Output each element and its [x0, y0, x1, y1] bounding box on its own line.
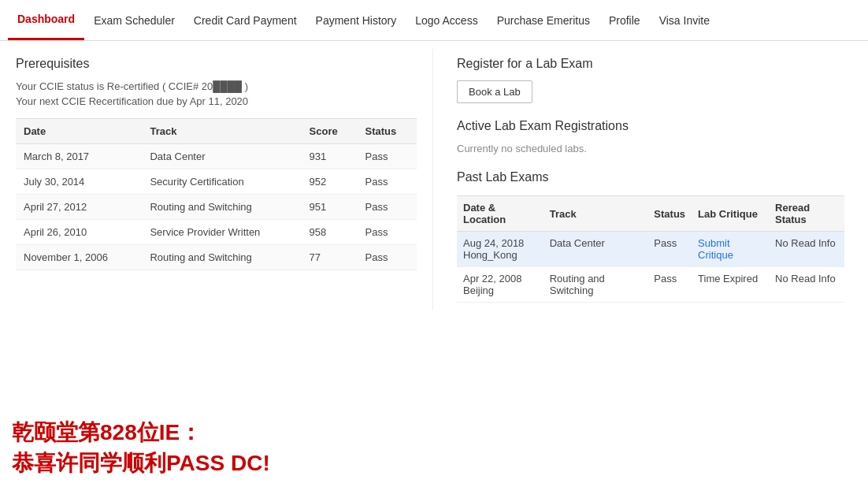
cell-date: April 26, 2010 — [16, 220, 142, 245]
main-content: Prerequisites Your CCIE status is Re-cer… — [0, 41, 868, 318]
cell-status: Pass — [357, 169, 417, 195]
cell-date: March 8, 2017 — [16, 144, 142, 169]
past-lab-table: Date & Location Track Status Lab Critiqu… — [457, 195, 844, 303]
past-col-status: Status — [647, 196, 692, 232]
past-lab-row: Aug 24, 2018Hong_Kong Data Center Pass S… — [457, 232, 844, 267]
past-cell-critique[interactable]: Submit Critique — [692, 232, 769, 267]
cell-date: November 1, 2006 — [16, 245, 142, 270]
cell-score: 931 — [302, 144, 358, 169]
past-cell-track: Data Center — [543, 232, 648, 267]
right-panel: Register for a Lab Exam Book a Lab Activ… — [433, 49, 868, 310]
past-cell-status: Pass — [647, 232, 692, 267]
register-title: Register for a Lab Exam — [457, 57, 844, 71]
table-row: November 1, 2006 Routing and Switching 7… — [16, 245, 417, 270]
prerequisites-title: Prerequisites — [16, 57, 417, 71]
nav-logo-access[interactable]: Logo Access — [406, 2, 487, 39]
past-lab-row: Apr 22, 2008Beijing Routing and Switchin… — [457, 267, 844, 303]
cell-date: April 27, 2012 — [16, 195, 142, 220]
past-labs-title: Past Lab Exams — [457, 170, 844, 184]
nav-credit-card[interactable]: Credit Card Payment — [184, 2, 306, 39]
cell-track: Routing and Switching — [142, 195, 301, 220]
cell-track: Service Provider Written — [142, 220, 301, 245]
past-cell-date: Apr 22, 2008Beijing — [457, 267, 543, 303]
nav-dashboard[interactable]: Dashboard — [8, 0, 84, 40]
table-row: July 30, 2014 Security Certification 952… — [16, 169, 417, 195]
cell-status: Pass — [357, 220, 417, 245]
past-cell-reread: No Read Info — [769, 232, 844, 267]
ccie-recert-text: Your next CCIE Recertification due by Ap… — [16, 95, 417, 107]
active-lab-title: Active Lab Exam Registrations — [457, 119, 844, 133]
table-row: April 26, 2010 Service Provider Written … — [16, 220, 417, 245]
past-cell-date: Aug 24, 2018Hong_Kong — [457, 232, 543, 267]
cell-score: 77 — [302, 245, 358, 270]
book-lab-button[interactable]: Book a Lab — [457, 80, 532, 103]
past-col-reread-status: Reread Status — [769, 196, 844, 232]
no-labs-text: Currently no scheduled labs. — [457, 143, 844, 154]
nav-profile[interactable]: Profile — [599, 2, 650, 39]
left-panel: Prerequisites Your CCIE status is Re-cer… — [0, 49, 433, 310]
nav-visa-invite[interactable]: Visa Invite — [650, 2, 719, 39]
nav-payment-history[interactable]: Payment History — [306, 2, 406, 39]
cell-track: Security Certification — [142, 169, 301, 195]
cell-date: July 30, 2014 — [16, 169, 142, 195]
cell-score: 952 — [302, 169, 358, 195]
navigation: Dashboard Exam Scheduler Credit Card Pay… — [0, 0, 868, 41]
col-track: Track — [142, 119, 301, 144]
table-row: April 27, 2012 Routing and Switching 951… — [16, 195, 417, 220]
past-col-date-location: Date & Location — [457, 196, 543, 232]
past-cell-status: Pass — [647, 267, 692, 303]
past-cell-critique: Time Expired — [692, 267, 769, 303]
table-row: March 8, 2017 Data Center 931 Pass — [16, 144, 417, 169]
col-status: Status — [357, 119, 417, 144]
past-cell-track: Routing and Switching — [543, 267, 648, 303]
col-date: Date — [16, 119, 142, 144]
exam-history-table: Date Track Score Status March 8, 2017 Da… — [16, 118, 417, 270]
cell-status: Pass — [357, 245, 417, 270]
cell-score: 951 — [302, 195, 358, 220]
past-col-track: Track — [543, 196, 648, 232]
cell-status: Pass — [357, 144, 417, 169]
ccie-status-text: Your CCIE status is Re-certified ( CCIE#… — [16, 80, 417, 92]
cell-status: Pass — [357, 195, 417, 220]
cell-track: Data Center — [142, 144, 301, 169]
cell-track: Routing and Switching — [142, 245, 301, 270]
past-cell-reread: No Read Info — [769, 267, 844, 303]
nav-exam-scheduler[interactable]: Exam Scheduler — [84, 2, 184, 39]
past-col-lab-critique: Lab Critique — [692, 196, 769, 232]
cell-score: 958 — [302, 220, 358, 245]
nav-purchase-emeritus[interactable]: Purchase Emeritus — [488, 2, 599, 39]
col-score: Score — [302, 119, 358, 144]
submit-critique-link[interactable]: Submit Critique — [698, 237, 733, 261]
